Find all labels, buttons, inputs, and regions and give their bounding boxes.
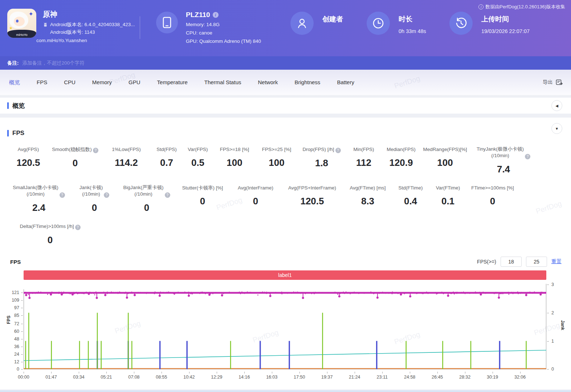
- x-tick-label: 10:42: [183, 375, 195, 380]
- app-package: com.miHoYo.Yuanshen: [36, 38, 87, 43]
- metric-value: 112: [346, 157, 382, 168]
- metric-value: 0.7: [151, 157, 182, 168]
- tab-fps[interactable]: FPS: [37, 79, 47, 86]
- fps-card: FPS ▼ Avg(FPS)? 120.5 Smooth(稳帧指数)? 0 1%…: [0, 118, 571, 389]
- metric-value: 120.5: [280, 196, 344, 207]
- help-icon[interactable]: ?: [75, 225, 81, 230]
- tab-battery[interactable]: Battery: [337, 79, 354, 86]
- time-axis-labels: 00:0001:4703:3405:2107:0808:5510:4212:29…: [24, 372, 546, 382]
- x-tick-label: 26:45: [432, 375, 443, 380]
- metric-label: FPS>=18 [%]: [220, 146, 249, 153]
- metric-label: Var(FTime): [436, 185, 460, 191]
- metric-label: Drop(FPS) [/h]: [302, 146, 334, 153]
- metric-cell: Var(FTime)? 0.1: [430, 184, 466, 213]
- tab-cpu[interactable]: CPU: [64, 79, 76, 86]
- metric-cell: SmallJank(微小卡顿) (/10min)? 2.4: [8, 184, 70, 213]
- metric-cell: TinyJank(极微小卡顿) (/10min)? 7.4: [470, 146, 537, 175]
- metric-cell: FPS>=25 [%]? 100: [256, 146, 298, 175]
- metric-value: 0: [119, 202, 174, 213]
- upload-label: 上传时间: [481, 15, 530, 24]
- metric-label: FPS>=25 [%]: [262, 146, 291, 153]
- next-section-edge: [0, 390, 571, 392]
- collect-info: i 数据由PerfDog(12.0.260136)版本收集: [478, 4, 565, 10]
- label-band-text: label1: [278, 272, 291, 278]
- overview-collapse-button[interactable]: ◀: [551, 100, 562, 111]
- metric-value: 0: [231, 196, 280, 207]
- tab-brightness[interactable]: Brightness: [295, 79, 321, 86]
- export-icon: [556, 79, 563, 86]
- chart-label-band: label1: [24, 270, 546, 280]
- fps-chart: FPS Jank 12110997857260483624120 3210: [0, 283, 571, 372]
- upload-value: 19/03/2026 22:07:07: [481, 28, 530, 34]
- metric-label: Std(FPS): [156, 146, 177, 153]
- metric-value: 0.1: [430, 196, 466, 207]
- metric-value: 0.5: [182, 157, 213, 168]
- metric-value: 120.9: [382, 157, 420, 168]
- metric-value: 0: [466, 196, 519, 207]
- app-icon-publisher: miHoYo: [7, 33, 36, 37]
- metric-cell: Drop(FPS) [/h]? 1.8: [298, 146, 346, 175]
- reset-link[interactable]: 重置: [551, 258, 562, 265]
- fps-collapse-button[interactable]: ▼: [551, 123, 562, 134]
- metric-value: 2.4: [8, 202, 70, 213]
- remark-label: 备注:: [7, 60, 19, 66]
- help-icon[interactable]: ?: [60, 192, 65, 198]
- metric-cell: Delta(FTime)>100ms [/h]? 0: [8, 223, 92, 246]
- device-info-icon[interactable]: i: [213, 12, 219, 18]
- app-icon: ✦ ★ miHoYo: [7, 9, 36, 38]
- tab-概览[interactable]: 概览: [9, 79, 20, 86]
- android-icon: [43, 22, 48, 27]
- metric-label: Stutter(卡顿率) [%]: [182, 185, 223, 191]
- fps-threshold-input-2[interactable]: [526, 257, 547, 267]
- help-icon[interactable]: ?: [525, 154, 530, 159]
- metric-cell: Std(FTime)? 0.4: [391, 184, 430, 213]
- metric-cell: FPS>=18 [%]? 100: [213, 146, 256, 175]
- app-block: ✦ ★ miHoYo 原神 Android版本名: 6.4.0_42040338…: [7, 9, 135, 43]
- x-tick-label: 32:06: [514, 375, 526, 380]
- x-tick-label: 17:50: [294, 375, 305, 380]
- phone-icon: [156, 12, 178, 33]
- metric-value: 0.4: [391, 196, 430, 207]
- tab-gpu[interactable]: GPU: [129, 79, 140, 86]
- metric-label: Avg(FPS+InterFrame): [288, 185, 336, 191]
- x-tick-label: 28:32: [459, 375, 470, 380]
- x-tick-label: 05:21: [101, 375, 112, 380]
- metric-value: 100: [420, 157, 470, 168]
- fps-section-title: FPS: [12, 130, 24, 137]
- tab-network[interactable]: Network: [258, 79, 278, 86]
- help-icon[interactable]: ?: [335, 148, 341, 153]
- creator-block: 创建者: [290, 12, 343, 35]
- device-model: PLZ110: [186, 11, 210, 19]
- overview-card: 概览 ◀: [0, 98, 571, 114]
- x-tick-label: 19:37: [321, 375, 333, 380]
- help-icon[interactable]: ?: [93, 148, 98, 153]
- remark-bar: 备注:: [0, 56, 571, 70]
- fps-metrics: Avg(FPS)? 120.5 Smooth(稳帧指数)? 0 1%Low(FP…: [0, 139, 571, 246]
- device-block: PLZ110 i Memory: 14.8G CPU: canoe GPU: Q…: [156, 12, 261, 44]
- x-tick-label: 16:03: [266, 375, 277, 380]
- fps-threshold-input-1[interactable]: [501, 257, 522, 267]
- metric-cell: BigJank(严重卡顿) (/10min)? 0: [119, 184, 174, 213]
- tab-thermal-status[interactable]: Thermal Status: [204, 79, 241, 86]
- tab-memory[interactable]: Memory: [92, 79, 112, 86]
- history-clock-icon: [449, 12, 473, 35]
- metric-value: 120.5: [8, 157, 49, 168]
- remark-input[interactable]: [23, 60, 204, 66]
- fps-chart-title: FPS: [10, 259, 21, 265]
- metric-label: TinyJank(极微小卡顿) (/10min): [477, 146, 524, 159]
- metric-value: 8.3: [344, 196, 391, 207]
- tab-temperature[interactable]: Temperature: [157, 79, 188, 86]
- help-icon[interactable]: ?: [165, 192, 170, 198]
- export-label: 导出: [543, 79, 553, 86]
- export-button[interactable]: 导出: [543, 79, 563, 86]
- device-cpu: CPU: canoe: [186, 30, 261, 36]
- duration-block: 时长 0h 33m 48s: [367, 12, 426, 35]
- metric-cell: Min(FPS)? 112: [346, 146, 382, 175]
- metric-label: Median(FPS): [387, 146, 416, 153]
- metric-value: 0: [8, 234, 92, 246]
- android-version-code: Android版本号: 1143: [50, 29, 95, 36]
- fps-filter-label: FPS(>=): [477, 259, 496, 265]
- clock-icon: [367, 12, 390, 35]
- help-icon[interactable]: ?: [104, 192, 109, 198]
- metric-value: 0: [49, 158, 102, 169]
